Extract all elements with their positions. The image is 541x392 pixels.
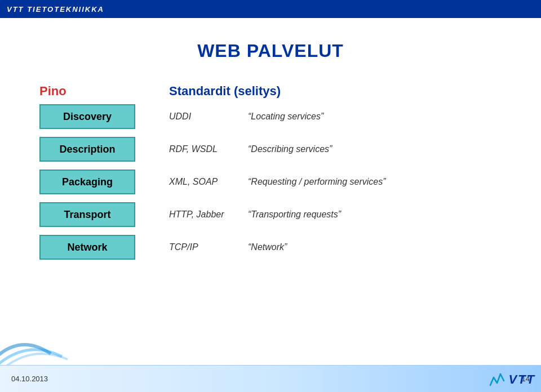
std-discovery: UDDI — [135, 112, 225, 122]
vtt-text: VTT — [508, 372, 535, 387]
table-area: Pino Standardit (selitys) Discovery UDDI… — [34, 84, 507, 260]
row-discovery: Discovery UDDI “Locating services” — [34, 104, 507, 129]
decorative-arcs — [0, 320, 79, 365]
header-logo: VTT TIETOTEKNIIKKA — [7, 5, 104, 14]
std-description: RDF, WSDL — [135, 144, 225, 154]
bottom-bar: 04.10.2013 14 — [0, 365, 541, 392]
box-transport: Transport — [39, 202, 135, 227]
box-discovery: Discovery — [39, 104, 135, 129]
col-standardit-header: Standardit (selitys) — [147, 84, 316, 99]
box-description: Description — [39, 137, 135, 162]
desc-discovery: “Locating services” — [225, 112, 507, 122]
std-packaging: XML, SOAP — [135, 177, 225, 187]
row-network: Network TCP/IP “Network” — [34, 235, 507, 260]
std-network: TCP/IP — [135, 242, 225, 252]
row-packaging: Packaging XML, SOAP “Requesting / perfor… — [34, 170, 507, 194]
vtt-logo: VTT — [489, 372, 535, 387]
desc-description: “Describing services” — [225, 144, 507, 154]
desc-network: “Network” — [225, 242, 507, 252]
desc-packaging: “Requesting / performing services” — [225, 177, 507, 187]
vtt-wave-icon — [489, 372, 506, 387]
main-content: WEB PALVELUT Pino Standardit (selitys) D… — [0, 18, 541, 260]
box-network: Network — [39, 235, 135, 260]
footer-date: 04.10.2013 — [11, 375, 48, 383]
header-bar: VTT TIETOTEKNIIKKA — [0, 0, 541, 18]
page-title: WEB PALVELUT — [34, 41, 507, 61]
box-packaging: Packaging — [39, 170, 135, 194]
row-transport: Transport HTTP, Jabber “Transporting req… — [34, 202, 507, 227]
column-headers: Pino Standardit (selitys) — [34, 84, 507, 99]
row-description: Description RDF, WSDL “Describing servic… — [34, 137, 507, 162]
std-transport: HTTP, Jabber — [135, 210, 225, 220]
col-pino-header: Pino — [34, 84, 147, 99]
desc-transport: “Transporting requests” — [225, 210, 507, 220]
